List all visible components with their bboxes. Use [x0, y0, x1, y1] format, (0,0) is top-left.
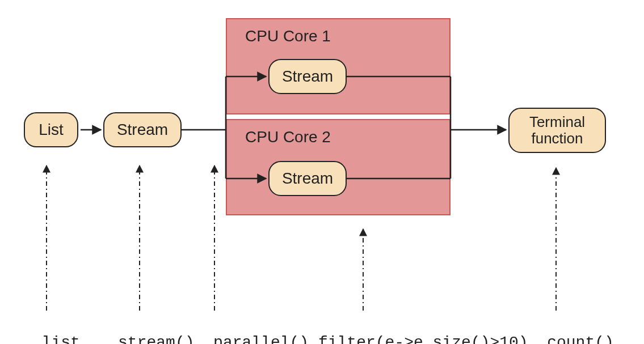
- code-expression: list. stream(). parallel().filter(e->e.s…: [23, 316, 614, 344]
- stream-node: Stream: [103, 112, 182, 147]
- stream-node-core1: Stream: [268, 59, 347, 94]
- cpu-core-1-label: CPU Core 1: [245, 27, 331, 45]
- cpu-core-2-label: CPU Core 2: [245, 128, 331, 146]
- code-token-end: (): [595, 334, 614, 344]
- code-token-stream: stream: [118, 334, 175, 344]
- code-token-count: count: [547, 334, 595, 344]
- stream-node-core2-label: Stream: [282, 170, 333, 188]
- code-token-gt: ()>10).: [471, 334, 547, 344]
- stream-node-core1-label: Stream: [282, 68, 333, 86]
- stream-node-core2: Stream: [268, 161, 347, 196]
- code-token-mid: (). parallel().filter(e->: [175, 334, 414, 344]
- list-node: List: [24, 112, 78, 147]
- terminal-node: Terminal function: [508, 108, 606, 153]
- code-token-esize: e.size: [414, 334, 471, 344]
- terminal-node-label: Terminal function: [514, 114, 600, 146]
- stream-node-label: Stream: [117, 121, 168, 139]
- code-token-list: list: [42, 334, 80, 344]
- code-token-dot1: .: [80, 334, 99, 344]
- list-node-label: List: [39, 121, 64, 139]
